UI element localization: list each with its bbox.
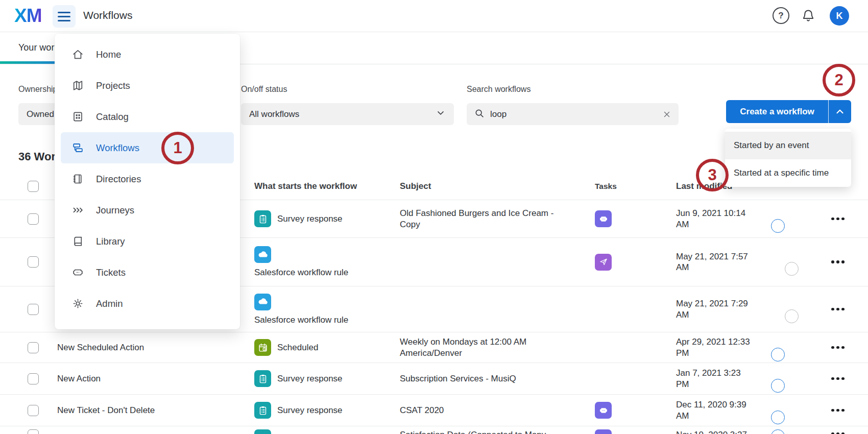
salesforce-icon [254, 294, 271, 310]
row-checkbox[interactable] [28, 373, 39, 384]
annotation-circle-1: 1 [161, 132, 194, 164]
row-actions-button[interactable] [830, 214, 846, 224]
ticket-task-icon [595, 210, 612, 227]
annotation-circle-3: 3 [696, 159, 729, 191]
create-workflow-dropdown-button[interactable] [829, 100, 851, 123]
menu-item-started-by-event[interactable]: Started by an event [725, 132, 851, 159]
nav-item-directories[interactable]: Directories [61, 163, 234, 195]
survey-response-icon [254, 429, 271, 434]
library-icon [71, 235, 84, 248]
survey-response-icon [254, 210, 271, 227]
journeys-icon [71, 204, 84, 217]
annotation-circle-2: 2 [823, 64, 855, 97]
row-actions-button[interactable] [830, 374, 846, 383]
user-avatar[interactable]: K [830, 6, 849, 26]
clear-search-icon[interactable] [662, 110, 671, 119]
search-input[interactable] [490, 109, 657, 119]
table-row: New Ticket - Don't Delete Survey respons… [0, 395, 868, 426]
workflow-name[interactable]: New Scheduled Action [57, 343, 254, 353]
select-all-checkbox[interactable] [28, 181, 39, 192]
send-task-icon [595, 254, 612, 271]
catalog-icon [71, 110, 84, 124]
row-actions-button[interactable] [830, 406, 846, 415]
row-checkbox[interactable] [28, 304, 39, 315]
scheduled-icon [254, 339, 271, 356]
global-nav-menu: Home Projects Catalog Workflows Director… [55, 34, 240, 329]
table-row: New Scheduled Action Scheduled Weekly on… [0, 332, 868, 363]
directories-icon [71, 173, 84, 186]
row-actions-button[interactable] [830, 305, 846, 314]
row-checkbox[interactable] [28, 405, 39, 416]
row-checkbox[interactable] [28, 256, 39, 268]
search-icon [474, 108, 485, 121]
row-actions-button[interactable] [830, 257, 846, 267]
search-label: Search workflows [467, 85, 531, 94]
projects-icon [71, 79, 84, 92]
workflow-name[interactable]: New Ticket - Don't Delete [57, 405, 254, 416]
nav-item-tickets[interactable]: Tickets [61, 257, 234, 288]
workflow-name[interactable]: New Action [57, 374, 254, 384]
nav-item-library[interactable]: Library [61, 226, 234, 257]
row-checkbox[interactable] [28, 429, 39, 434]
xm-logo: XM [14, 5, 42, 27]
table-row: Survey response Satisfaction Data (Conne… [0, 426, 868, 434]
trigger-column-header: What starts the workflow [254, 181, 400, 191]
survey-response-icon [254, 402, 271, 419]
help-icon[interactable]: ? [773, 7, 789, 24]
row-checkbox[interactable] [28, 213, 39, 225]
create-workflow-menu: Started by an event Started at a specifi… [725, 129, 851, 187]
top-bar: XM Workflows ? K [0, 0, 868, 32]
ownership-label: Ownership [18, 85, 57, 94]
chevron-down-icon [436, 108, 446, 120]
nav-item-workflows[interactable]: Workflows [61, 132, 234, 163]
home-icon [71, 48, 84, 61]
hamburger-menu-button[interactable] [53, 5, 76, 28]
tasks-column-header: Tasks [595, 182, 676, 191]
menu-item-started-specific-time[interactable]: Started at a specific time [725, 159, 851, 187]
workflows-page: XM Workflows ? K Your workflows Ownershi… [0, 0, 868, 434]
create-workflow-split-button: Create a workflow [726, 100, 851, 123]
admin-gear-icon [71, 297, 84, 310]
salesforce-icon [254, 246, 271, 263]
chevron-up-icon [834, 106, 846, 117]
last-modified-cell: Jun 9, 2021 10:14 AM [676, 208, 753, 230]
nav-item-journeys[interactable]: Journeys [61, 195, 234, 226]
subject-cell: Old Fashioned Burgers and Ice Cream - Co… [400, 208, 571, 230]
table-row: New Action Survey response Subscription … [0, 363, 868, 395]
row-actions-button[interactable] [830, 343, 846, 352]
nav-item-catalog[interactable]: Catalog [61, 101, 234, 132]
nav-item-admin[interactable]: Admin [61, 288, 234, 319]
ticket-task-icon [595, 429, 612, 434]
survey-response-icon [254, 370, 271, 387]
nav-item-projects[interactable]: Projects [61, 70, 234, 101]
ticket-task-icon [595, 402, 612, 419]
create-workflow-button[interactable]: Create a workflow [726, 100, 829, 123]
page-title: Workflows [83, 9, 132, 21]
workflows-icon [71, 141, 84, 155]
tickets-icon [71, 266, 84, 279]
nav-item-home[interactable]: Home [61, 39, 234, 70]
row-actions-button[interactable] [830, 429, 846, 434]
notifications-bell-icon[interactable] [801, 8, 816, 24]
subject-column-header: Subject [400, 181, 595, 191]
row-checkbox[interactable] [28, 342, 39, 353]
status-label: On/off status [241, 85, 287, 94]
status-select[interactable]: All workflows [241, 103, 454, 125]
search-workflows-box [467, 103, 679, 125]
